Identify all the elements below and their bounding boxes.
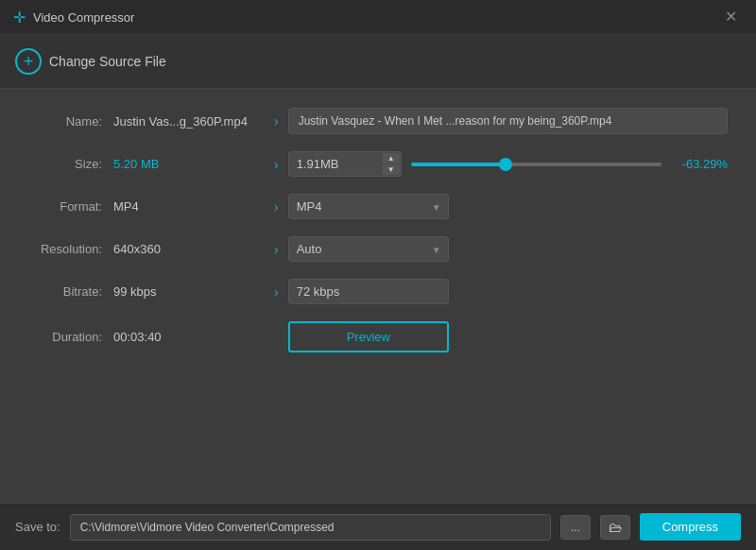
resolution-original: 640x360 <box>113 242 265 256</box>
resolution-row: Resolution: 640x360 › Auto 640x360 1280x… <box>28 236 728 262</box>
duration-right: Preview <box>288 321 728 352</box>
compress-button[interactable]: Compress <box>640 513 741 541</box>
browse-button[interactable]: ... <box>560 515 591 540</box>
resolution-label: Resolution: <box>28 242 113 256</box>
format-right: MP4 MKV AVI MOV WMV <box>288 194 728 219</box>
name-original: Justin Vas...g_360P.mp4 <box>113 114 265 129</box>
format-select-wrapper: MP4 MKV AVI MOV WMV <box>288 194 449 219</box>
name-label: Name: <box>28 114 113 129</box>
size-right: ▲ ▼ -63.29% <box>288 151 728 177</box>
preview-button[interactable]: Preview <box>288 321 449 352</box>
size-arrow-icon: › <box>274 157 279 172</box>
resolution-select-wrapper: Auto 640x360 1280x720 1920x1080 <box>288 236 449 262</box>
duration-row: Duration: 00:03:40 › Preview <box>28 321 728 352</box>
bottom-bar: Save to: ... 🗁 Compress <box>0 503 756 550</box>
app-title: Video Compressor <box>33 10 134 25</box>
name-new: Justin Vasquez - When I Met ...reason fo… <box>288 108 728 134</box>
title-bar: ✛ Video Compressor ✕ <box>0 0 756 35</box>
toolbar: + Change Source File <box>0 35 756 89</box>
size-spin-down[interactable]: ▼ <box>383 164 400 175</box>
change-source-icon: + <box>15 48 42 75</box>
close-button[interactable]: ✕ <box>719 8 743 26</box>
name-arrow-icon: › <box>274 113 279 129</box>
change-source-button[interactable]: + Change Source File <box>15 48 166 75</box>
change-source-label: Change Source File <box>49 54 166 69</box>
app-icon: ✛ <box>13 9 26 26</box>
size-spinners: ▲ ▼ <box>383 153 400 175</box>
size-original: 5.20 MB <box>113 157 265 171</box>
main-content: Name: Justin Vas...g_360P.mp4 › Justin V… <box>0 89 756 503</box>
bitrate-row: Bitrate: 99 kbps › <box>28 279 728 304</box>
duration-label: Duration: <box>28 330 113 344</box>
resolution-right: Auto 640x360 1280x720 1920x1080 <box>288 236 728 262</box>
bitrate-right <box>288 279 728 304</box>
open-folder-button[interactable]: 🗁 <box>600 515 630 540</box>
form-table: Name: Justin Vas...g_360P.mp4 › Justin V… <box>28 108 728 352</box>
format-arrow-icon: › <box>274 199 279 215</box>
bitrate-original: 99 kbps <box>113 284 265 299</box>
size-input-wrapper: ▲ ▼ <box>288 151 402 177</box>
save-path-input[interactable] <box>70 514 551 541</box>
save-to-label: Save to: <box>15 520 60 534</box>
duration-value: 00:03:40 <box>113 330 265 344</box>
name-row: Name: Justin Vas...g_360P.mp4 › Justin V… <box>28 108 728 134</box>
format-row: Format: MP4 › MP4 MKV AVI MOV WMV <box>28 194 728 219</box>
format-label: Format: <box>28 199 113 214</box>
name-right: Justin Vasquez - When I Met ...reason fo… <box>288 108 728 134</box>
bitrate-arrow-icon: › <box>274 284 279 300</box>
size-row: Size: 5.20 MB › ▲ ▼ -63.29% <box>28 151 728 177</box>
size-spin-up[interactable]: ▲ <box>383 153 400 163</box>
title-bar-left: ✛ Video Compressor <box>13 9 134 26</box>
size-label: Size: <box>28 157 113 171</box>
bitrate-label: Bitrate: <box>28 284 113 299</box>
size-slider[interactable] <box>411 163 662 166</box>
format-select[interactable]: MP4 MKV AVI MOV WMV <box>288 194 449 219</box>
slider-container: -63.29% <box>411 157 728 171</box>
bitrate-input[interactable] <box>288 279 449 304</box>
resolution-select[interactable]: Auto 640x360 1280x720 1920x1080 <box>288 236 449 262</box>
size-percent: -63.29% <box>671 157 728 171</box>
resolution-arrow-icon: › <box>274 242 279 257</box>
format-original: MP4 <box>113 199 265 214</box>
